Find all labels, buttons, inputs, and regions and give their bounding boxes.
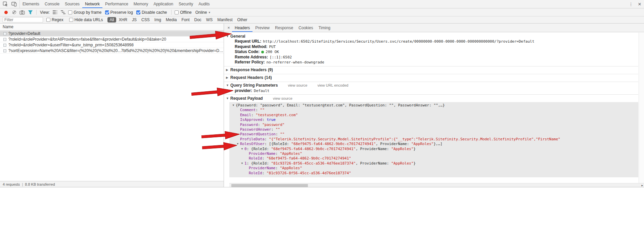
- payload-tree-line: ProfileData: "{"Telerik.Sitefinity.Secur…: [229, 137, 638, 142]
- payload-tree-line: ProviderName: "AppRoles": [229, 166, 638, 171]
- resource-type-filter[interactable]: CSS: [139, 17, 152, 22]
- payload-string: "AppRoles": [280, 166, 302, 170]
- inspect-element-icon[interactable]: [1, 0, 10, 8]
- payload-tree-line[interactable]: ▼{Password: "password", Email: "testuser…: [229, 103, 638, 108]
- triangle-down-icon[interactable]: ▼: [241, 161, 244, 166]
- resource-type-filter[interactable]: Font: [180, 17, 192, 22]
- section-response-headers-header[interactable]: ▶ Response Headers (9): [224, 67, 638, 73]
- scrollbar-thumb[interactable]: [231, 184, 308, 187]
- header-field-name: Status Code:: [235, 49, 260, 54]
- scroll-right-icon[interactable]: ▸: [641, 183, 643, 187]
- show-overview-button[interactable]: [59, 9, 67, 16]
- main-tab[interactable]: Security: [176, 0, 196, 8]
- main-tab[interactable]: Console: [42, 0, 62, 8]
- view-url-encoded-link[interactable]: view URL encoded: [317, 83, 348, 87]
- requests-list: ?provider=Default ?roleId=&roleProvider=…: [0, 31, 224, 181]
- main-tab[interactable]: Audits: [196, 0, 212, 8]
- view-source-link[interactable]: view source: [273, 96, 292, 100]
- request-row[interactable]: ?sortExpression=Name%20ASC&filter=(%20%2…: [0, 48, 224, 54]
- payload-tree-line[interactable]: ▼RolesOfUser: [{RoleId: "68ef9475-fa64-4…: [229, 142, 638, 146]
- detail-tab[interactable]: Headers: [232, 24, 252, 32]
- payload-key: ProfileData: [240, 137, 265, 141]
- checkbox-icon: [136, 10, 140, 14]
- main-tab[interactable]: Performance: [102, 0, 131, 8]
- payload-plain: :: [271, 127, 276, 132]
- section-request-headers-header[interactable]: ▶ Request Headers (14): [224, 75, 638, 81]
- payload-key: RoleId: [249, 156, 262, 161]
- main-tab[interactable]: Application: [151, 0, 176, 8]
- resource-type-filter[interactable]: JS: [130, 17, 139, 22]
- payload-tree-line[interactable]: ▼0: {RoleId: "68ef9475-fa64-4862-9b0c-c7…: [229, 147, 638, 151]
- request-row[interactable]: ?roleId=&roleProvider=&forAllProviders=f…: [0, 37, 224, 42]
- header-field: Remote Address:[::1]:6502: [224, 55, 638, 60]
- detail-tab[interactable]: Cookies: [296, 24, 316, 32]
- preserve-log-checkbox[interactable]: Preserve log: [105, 10, 133, 15]
- regex-label: Regex: [52, 17, 63, 22]
- screenshot-button[interactable]: [18, 9, 26, 16]
- section-query-string-header[interactable]: ▼ Query String Parameters view source vi…: [224, 83, 638, 88]
- payload-key: RolesOfUser: [240, 142, 265, 146]
- network-filter-bar: Regex Hide data URLs All XHR JS CSS Img …: [0, 16, 644, 24]
- header-field: Request URL:http://localhost:6502/Sitefi…: [224, 39, 638, 44]
- group-by-frame-checkbox[interactable]: Group by frame: [68, 10, 101, 15]
- more-options-icon[interactable]: ⋮: [627, 0, 635, 8]
- header-field-name: Referrer Policy:: [235, 60, 265, 64]
- section-general-header[interactable]: ▼ General: [224, 33, 638, 39]
- main-tab[interactable]: Sources: [62, 0, 82, 8]
- offline-checkbox[interactable]: Offline: [175, 10, 191, 15]
- main-tab[interactable]: Memory: [131, 0, 151, 8]
- resource-type-filter[interactable]: Manifest: [215, 17, 234, 22]
- payload-key: IsApproved: [240, 118, 262, 122]
- checkbox-icon: [69, 18, 73, 22]
- resource-type-filter[interactable]: Other: [235, 17, 249, 22]
- payload-plain: :: [256, 108, 260, 112]
- filter-input[interactable]: [3, 17, 43, 22]
- main-tab[interactable]: Elements: [20, 0, 42, 8]
- status-ok-icon: [261, 51, 264, 53]
- payload-plain: :: [258, 123, 262, 127]
- name-column-header[interactable]: Name: [0, 24, 224, 31]
- resource-type-filter[interactable]: Doc: [192, 17, 203, 22]
- requests-count: 4 requests: [3, 182, 20, 186]
- triangle-down-icon[interactable]: ▼: [236, 142, 240, 146]
- detail-tab[interactable]: Preview: [252, 24, 272, 32]
- resource-type-filter[interactable]: WS: [204, 17, 215, 22]
- large-request-rows-button[interactable]: [51, 9, 59, 16]
- close-devtools-icon[interactable]: ✕: [635, 0, 644, 8]
- detail-tab[interactable]: Timing: [316, 24, 333, 32]
- hide-data-urls-checkbox[interactable]: Hide data URLs: [69, 17, 103, 22]
- resource-type-filter[interactable]: XHR: [117, 17, 129, 22]
- header-field-value: http://localhost:6502/Sitefinity/Service…: [263, 39, 534, 44]
- record-button[interactable]: [2, 9, 10, 16]
- request-row[interactable]: ?roleId=&roleProvider=&userFilter=&unv_t…: [0, 42, 224, 48]
- payload-string: "testuser@test.com": [256, 113, 298, 117]
- resource-type-filters: All XHR JS CSS Img Media Font Doc WS Man…: [107, 17, 249, 22]
- tabbar-icons: [0, 0, 20, 8]
- horizontal-scrollbar[interactable]: ▸: [229, 183, 644, 187]
- triangle-down-icon[interactable]: ▼: [232, 103, 236, 108]
- camera-icon: [19, 10, 25, 15]
- payload-tree-line[interactable]: ▼1: {RoleId: "81c93726-8f56-45cc-a536-4d…: [229, 161, 638, 166]
- throttling-dropdown[interactable]: Online ▾: [195, 10, 210, 15]
- disable-cache-checkbox[interactable]: Disable cache: [136, 10, 167, 15]
- header-field: Status Code:200 OK: [224, 49, 638, 55]
- close-details-icon[interactable]: ×: [225, 25, 232, 30]
- header-field-name: Request Method:: [235, 44, 267, 49]
- triangle-down-icon[interactable]: ▼: [241, 147, 244, 151]
- resource-type-filter[interactable]: Media: [164, 17, 179, 22]
- request-row[interactable]: ?provider=Default: [0, 31, 224, 37]
- regex-checkbox[interactable]: Regex: [46, 17, 63, 22]
- section-request-payload-header[interactable]: ▼ Request Payload view source: [224, 95, 638, 101]
- payload-string: "68ef9475-fa64-4862-9b0c-c70174274941": [271, 147, 356, 151]
- payload-plain: , ProviderName:: [356, 147, 391, 151]
- resource-type-filter[interactable]: Img: [152, 17, 163, 22]
- filter-button[interactable]: [26, 9, 34, 16]
- detail-tab[interactable]: Response: [272, 24, 296, 32]
- device-toolbar-icon[interactable]: [10, 0, 18, 8]
- payload-key: RoleId: [249, 171, 262, 175]
- resource-type-filter[interactable]: All: [107, 17, 116, 22]
- view-source-link[interactable]: view source: [288, 83, 307, 87]
- main-tab[interactable]: Network: [82, 0, 102, 8]
- query-param: provider:Default: [224, 88, 638, 94]
- clear-button[interactable]: [10, 9, 18, 16]
